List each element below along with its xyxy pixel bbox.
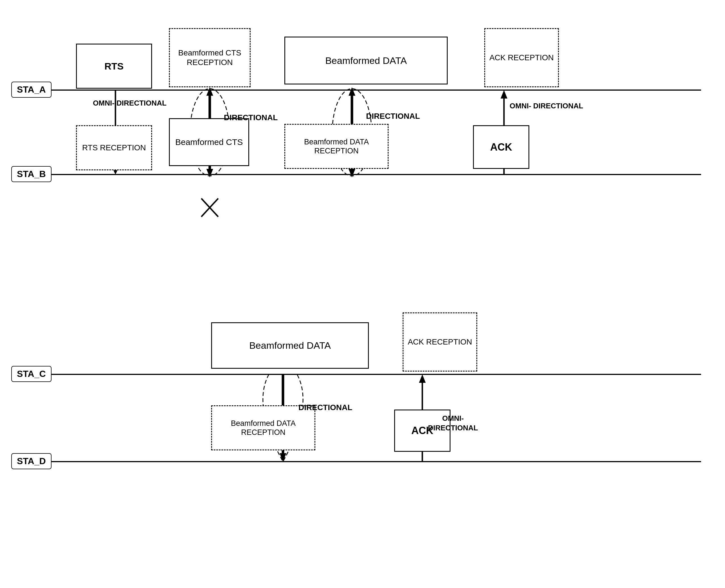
ack-reception-c-box: ACK RECEPTION (402, 312, 477, 372)
diagram: STA_A RTS Beamformed CTS RECEPTION Beamf… (0, 0, 725, 588)
svg-marker-9 (349, 87, 355, 96)
directional-label-c: DIRECTIONAL (298, 402, 352, 413)
svg-marker-5 (206, 87, 213, 96)
sta-c-label: STA_C (11, 366, 51, 382)
svg-marker-19 (279, 453, 286, 462)
bf-cts-reception-box: Beamformed CTS RECEPTION (169, 28, 251, 87)
sta-d-label: STA_D (11, 453, 51, 469)
bf-cts-box: Beamformed CTS (169, 118, 249, 166)
omni-directional-label-2: OMNI- DIRECTIONAL (510, 101, 583, 111)
svg-marker-13 (501, 90, 508, 99)
bf-data-c-box: Beamformed DATA (211, 322, 369, 369)
sta-a-label: STA_A (11, 82, 51, 98)
bf-data-reception-box: Beamformed DATA RECEPTION (284, 124, 389, 169)
bf-data-box: Beamformed DATA (284, 37, 448, 84)
omni-directional-label-d: OMNI-DIRECTIONAL (428, 414, 478, 433)
ack-reception-box: ACK RECEPTION (484, 28, 559, 87)
svg-line-14 (201, 198, 218, 217)
directional-label-2: DIRECTIONAL (366, 111, 420, 121)
rts-reception-box: RTS RECEPTION (76, 125, 152, 170)
svg-marker-6 (206, 169, 213, 177)
svg-marker-21 (419, 374, 426, 383)
svg-marker-10 (349, 169, 355, 177)
ack-box: ACK (473, 125, 529, 169)
svg-line-15 (201, 198, 218, 217)
directional-label-1: DIRECTIONAL (224, 112, 277, 123)
rts-box: RTS (76, 44, 152, 89)
sta-b-label: STA_B (11, 166, 51, 182)
omni-directional-label-1: OMNI- DIRECTIONAL (93, 99, 166, 108)
